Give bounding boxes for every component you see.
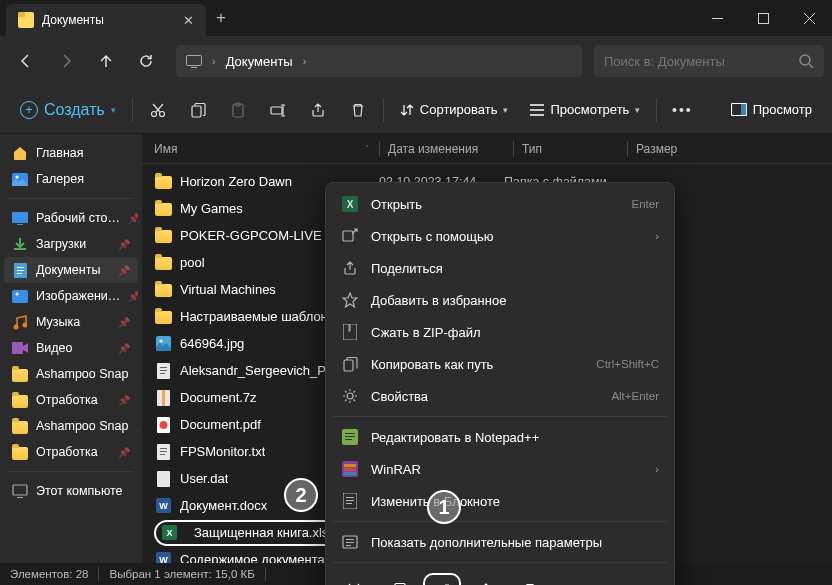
view-button[interactable]: Просмотреть ▾ <box>520 96 650 123</box>
chevron-right-icon: › <box>212 55 216 67</box>
paste-button[interactable] <box>219 92 257 128</box>
chevron-right-icon: › <box>303 55 307 67</box>
window-controls <box>694 0 832 36</box>
callout-2: 2 <box>284 478 318 512</box>
ctx-item[interactable]: Показать дополнительные параметры <box>331 526 669 558</box>
sidebar-item-folder[interactable]: Ashampoo Snap📌 <box>4 361 138 387</box>
pin-icon: 📌 <box>128 291 138 302</box>
maximize-button[interactable] <box>740 0 786 36</box>
preview-button[interactable]: Просмотр <box>721 96 822 123</box>
svg-rect-10 <box>271 107 282 114</box>
new-tab-button[interactable]: + <box>216 8 226 28</box>
svg-rect-32 <box>160 370 167 371</box>
folder-icon <box>154 281 172 299</box>
ctx-share-button[interactable] <box>467 573 505 585</box>
pin-icon: 📌 <box>118 317 130 328</box>
more-button[interactable]: ••• <box>663 92 701 128</box>
context-quick-actions <box>331 567 669 585</box>
copy-button[interactable] <box>179 92 217 128</box>
rename-button[interactable] <box>259 92 297 128</box>
open-with-icon <box>341 227 359 245</box>
pin-icon: 📌 <box>118 447 130 458</box>
close-tab-icon[interactable]: ✕ <box>183 13 194 28</box>
column-headers[interactable]: Имя˄ Дата изменения Тип Размер <box>142 134 832 164</box>
minimize-button[interactable] <box>694 0 740 36</box>
desktop-icon <box>12 210 28 226</box>
nav-toolbar: › Документы › <box>0 36 832 86</box>
ctx-item[interactable]: XОткрытьEnter <box>331 188 669 220</box>
sort-button[interactable]: Сортировать ▾ <box>390 96 519 123</box>
sidebar-item-music[interactable]: Музыка📌 <box>4 309 138 335</box>
svg-rect-51 <box>343 231 353 241</box>
more-icon <box>341 533 359 551</box>
docs-icon <box>12 262 28 278</box>
zip-icon <box>341 323 359 341</box>
chevron-down-icon: ▾ <box>111 105 116 115</box>
sidebar-item-gallery[interactable]: Галерея <box>4 166 138 192</box>
sidebar-item-folder[interactable]: Ashampoo Snap📌 <box>4 413 138 439</box>
sidebar-item-folder[interactable]: Отработка📌 <box>4 387 138 413</box>
ctx-cut-button[interactable] <box>335 573 373 585</box>
create-button[interactable]: + Создать ▾ <box>10 95 126 125</box>
breadcrumb[interactable]: › Документы › <box>176 45 582 77</box>
close-button[interactable] <box>786 0 832 36</box>
svg-rect-42 <box>157 471 170 487</box>
copy-path-icon <box>341 355 359 373</box>
ctx-item[interactable]: Открыть с помощью› <box>331 220 669 252</box>
ctx-delete-button[interactable] <box>511 573 549 585</box>
svg-rect-39 <box>160 448 167 449</box>
svg-rect-20 <box>17 273 22 274</box>
search-input[interactable] <box>604 54 791 69</box>
pin-icon: 📌 <box>118 395 130 406</box>
up-button[interactable] <box>88 43 124 79</box>
svg-rect-56 <box>345 433 355 434</box>
ctx-item[interactable]: Копировать как путьCtrl+Shift+C <box>331 348 669 380</box>
sidebar-item-pictures[interactable]: Изображени…📌 <box>4 283 138 309</box>
sidebar-item-video[interactable]: Видео📌 <box>4 335 138 361</box>
ctx-copy-button[interactable] <box>379 573 417 585</box>
forward-button[interactable] <box>48 43 84 79</box>
back-button[interactable] <box>8 43 44 79</box>
folder-icon <box>154 227 172 245</box>
ctx-item[interactable]: WinRAR› <box>331 453 669 485</box>
ctx-item[interactable]: СвойстваAlt+Enter <box>331 380 669 412</box>
svg-rect-58 <box>345 439 352 440</box>
ctx-item[interactable]: Изменить в Блокноте <box>331 485 669 517</box>
svg-rect-53 <box>344 360 353 371</box>
svg-rect-7 <box>192 106 201 117</box>
folder-icon <box>154 173 172 191</box>
svg-point-14 <box>16 175 19 178</box>
svg-point-6 <box>159 111 164 116</box>
sidebar-item-downloads[interactable]: Загрузки📌 <box>4 231 138 257</box>
cut-button[interactable] <box>139 92 177 128</box>
pin-icon: 📌 <box>118 265 130 276</box>
sidebar-item-home[interactable]: Главная <box>4 140 138 166</box>
svg-rect-26 <box>13 485 27 495</box>
svg-point-24 <box>23 322 28 327</box>
svg-rect-15 <box>12 212 28 223</box>
excel-icon: X <box>160 524 178 542</box>
pc-icon <box>12 483 28 499</box>
svg-rect-21 <box>12 290 28 303</box>
sidebar-item-docs[interactable]: Документы📌 <box>4 257 138 283</box>
ctx-item[interactable]: Поделиться <box>331 252 669 284</box>
ctx-item[interactable]: Добавить в избранное <box>331 284 669 316</box>
ctx-item[interactable]: Редактировать в Notepad++ <box>331 421 669 453</box>
refresh-button[interactable] <box>128 43 164 79</box>
sidebar-item-folder[interactable]: Отработка📌 <box>4 439 138 465</box>
svg-rect-31 <box>160 367 167 368</box>
tab[interactable]: Документы ✕ <box>6 4 206 36</box>
breadcrumb-current[interactable]: Документы <box>226 54 293 69</box>
search-box[interactable] <box>594 45 824 77</box>
folder-icon <box>154 254 172 272</box>
ctx-item[interactable]: Сжать в ZIP-файл <box>331 316 669 348</box>
svg-rect-25 <box>12 342 23 354</box>
ctx-rename-button[interactable] <box>423 573 461 585</box>
chevron-right-icon: › <box>655 463 659 475</box>
delete-button[interactable] <box>339 92 377 128</box>
pin-icon: 📌 <box>136 369 138 380</box>
svg-rect-62 <box>344 472 356 475</box>
sidebar-item-desktop[interactable]: Рабочий сто…📌 <box>4 205 138 231</box>
share-button[interactable] <box>299 92 337 128</box>
sidebar-item-pc[interactable]: Этот компьюте <box>4 478 138 504</box>
